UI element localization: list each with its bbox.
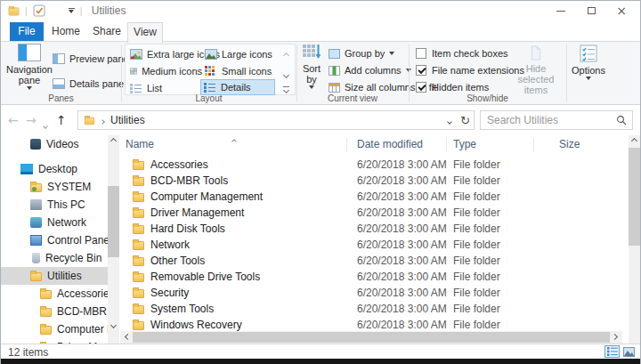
add-columns-button[interactable]: Add columns — [329, 62, 411, 78]
address-field[interactable]: Utilities ↻ — [77, 110, 475, 130]
current-view-group-label: Current view — [296, 93, 409, 103]
sidebar-item[interactable]: Accessories — [1, 285, 108, 303]
tab-view[interactable]: View — [127, 22, 163, 43]
file-name-extensions-checkbox[interactable]: File name extensions — [416, 63, 524, 77]
large-icons-view-toggle[interactable] — [621, 345, 637, 358]
sidebar-item[interactable]: Recycle Bin — [1, 249, 108, 267]
column-header-name[interactable]: Name — [126, 138, 154, 150]
sidebar-item[interactable]: Network — [1, 214, 108, 231]
refresh-icon[interactable]: ↻ — [460, 114, 470, 127]
file-row[interactable]: System Tools 6/20/2018 3:00 AM File fold… — [120, 301, 629, 317]
tab-share[interactable]: Share — [89, 22, 125, 41]
sidebar-item[interactable]: BCD-MBR Tools — [1, 303, 108, 320]
up-icon[interactable]: ↑ — [56, 113, 67, 127]
folder-icon — [133, 193, 144, 202]
gallery-expand-icon[interactable] — [283, 86, 289, 93]
file-row[interactable]: Network 6/20/2018 3:00 AM File folder — [120, 237, 629, 253]
sidebar-item[interactable]: Computer Management — [1, 320, 108, 338]
control-panel-icon — [30, 235, 42, 246]
file-row[interactable]: Driver Management 6/20/2018 3:00 AM File… — [120, 205, 629, 221]
quick-access-toolbar: | | Utilities — [1, 4, 126, 17]
search-input[interactable]: Search Utilities — [487, 114, 616, 126]
folder-icon — [85, 117, 94, 125]
file-row[interactable]: Hard Disk Tools 6/20/2018 3:00 AM File f… — [120, 221, 629, 237]
user-folder-icon — [30, 183, 42, 192]
sort-by-button[interactable]: Sort by — [298, 44, 325, 95]
file-row[interactable]: Other Tools 6/20/2018 3:00 AM File folde… — [120, 253, 629, 269]
details-view-toggle[interactable] — [604, 345, 620, 358]
folder-icon — [133, 241, 144, 250]
hide-selected-items-button[interactable]: Hide selected items — [510, 44, 562, 95]
maximize-button[interactable] — [576, 1, 606, 20]
sidebar-item[interactable]: Videos — [1, 135, 108, 153]
search-icon[interactable] — [616, 115, 627, 125]
medium-icons-button[interactable]: Medium icons — [127, 63, 202, 79]
preview-pane-button[interactable]: Preview pane — [53, 51, 129, 67]
sidebar-item[interactable]: This PC — [1, 196, 108, 214]
details-pane-button[interactable]: Details pane — [53, 76, 124, 92]
scroll-down-icon[interactable] — [108, 320, 119, 331]
sidebar-item[interactable]: Desktop — [1, 160, 108, 178]
large-icons-icon — [205, 49, 217, 60]
sidebar-item[interactable]: Utilities — [1, 267, 108, 285]
sort-by-icon — [303, 44, 320, 61]
minimize-button[interactable] — [546, 1, 576, 20]
column-header-date[interactable]: Date modified — [357, 138, 423, 150]
column-header-size[interactable]: Size — [559, 138, 580, 150]
folder-icon — [133, 273, 144, 282]
vertical-scrollbar[interactable] — [629, 135, 640, 331]
hide-selected-items-icon — [527, 45, 545, 61]
file-row[interactable]: Security 6/20/2018 3:00 AM File folder — [120, 285, 629, 301]
scrollbar-thumb[interactable] — [108, 186, 119, 257]
horizontal-scrollbar[interactable] — [120, 331, 622, 344]
scroll-up-icon[interactable] — [629, 135, 640, 147]
sidebar-item[interactable]: Control Panel — [1, 231, 108, 249]
navigation-pane-button[interactable]: Navigation pane — [8, 44, 51, 95]
large-icons-button[interactable]: Large icons — [202, 46, 277, 62]
gallery-scroll-down-icon[interactable] — [284, 68, 288, 80]
close-button[interactable]: × — [606, 1, 637, 20]
column-headers: Name Date modified Type Size — [120, 135, 629, 155]
scrollbar-thumb[interactable] — [133, 332, 610, 343]
add-columns-icon — [329, 66, 340, 76]
options-button[interactable]: Options — [569, 44, 608, 95]
recent-locations-icon[interactable] — [44, 117, 47, 131]
customize-quick-access-icon[interactable] — [69, 8, 75, 13]
details-view-icon — [607, 347, 618, 356]
medium-icons-icon — [130, 66, 137, 77]
gallery-scroll-up-icon[interactable] — [284, 48, 288, 61]
address-bar: ← → ↑ Utilities ↻ Search Utilities — [1, 105, 640, 135]
breadcrumb[interactable]: Utilities — [110, 114, 145, 126]
back-icon[interactable]: ← — [8, 113, 19, 127]
tab-file[interactable]: File — [10, 22, 44, 41]
hidden-items-checkbox[interactable]: Hidden items — [416, 80, 489, 94]
desktop-icon — [20, 164, 33, 174]
details-pane-icon — [53, 78, 65, 89]
sidebar-item[interactable]: SYSTEM — [1, 178, 108, 196]
layout-gallery: Extra large icons Medium icons List Larg… — [125, 44, 296, 95]
sidebar-scrollbar[interactable] — [108, 135, 119, 344]
file-row[interactable]: Removable Drive Tools 6/20/2018 3:00 AM … — [120, 269, 629, 285]
search-box[interactable]: Search Utilities — [480, 110, 633, 130]
forward-icon[interactable]: → — [26, 113, 37, 127]
scroll-up-icon[interactable] — [108, 135, 119, 147]
address-dropdown-icon[interactable] — [448, 114, 451, 126]
scrollbar-thumb[interactable] — [629, 148, 640, 246]
small-icons-button[interactable]: Small icons — [202, 63, 277, 79]
file-row[interactable]: BCD-MBR Tools 6/20/2018 3:00 AM File fol… — [120, 173, 629, 189]
file-row[interactable]: Accessories 6/20/2018 3:00 AM File folde… — [120, 157, 629, 173]
file-row[interactable]: Computer Management 6/20/2018 3:00 AM Fi… — [120, 189, 629, 205]
column-header-type[interactable]: Type — [453, 138, 476, 150]
tab-home[interactable]: Home — [49, 22, 83, 41]
folder-icon — [133, 209, 144, 218]
gallery-scroll — [280, 45, 292, 95]
properties-icon[interactable] — [33, 4, 45, 17]
scroll-right-icon[interactable] — [609, 331, 621, 343]
new-folder-icon[interactable] — [52, 6, 63, 16]
options-icon — [580, 44, 597, 62]
item-check-boxes-checkbox[interactable]: Item check boxes — [416, 46, 508, 61]
dropdown-arrow-icon — [27, 86, 32, 90]
checkbox-icon — [416, 65, 426, 76]
group-by-button[interactable]: Group by — [329, 45, 394, 61]
folder-icon — [9, 8, 20, 16]
